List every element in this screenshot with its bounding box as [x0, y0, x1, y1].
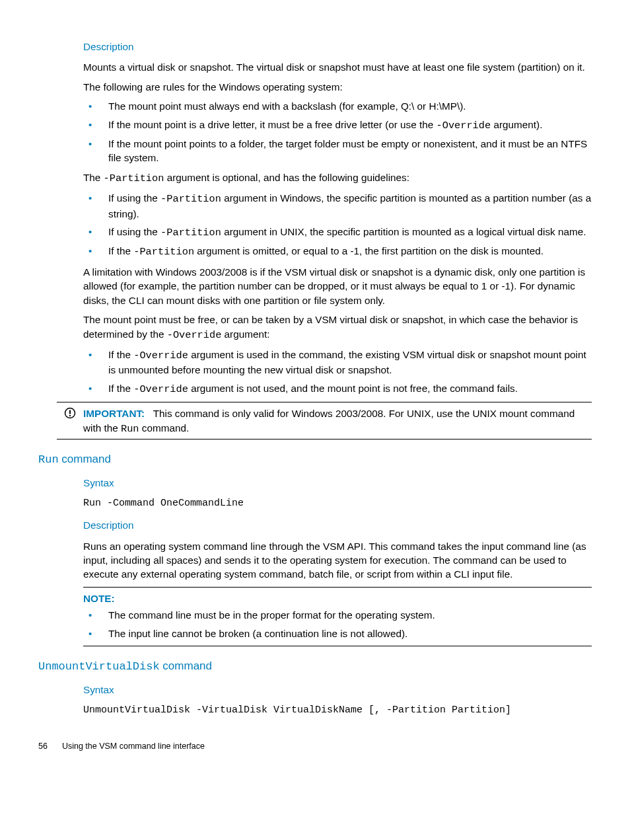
override-rules-list: If the -Override argument is used in the… — [83, 348, 592, 397]
footer-title: Using the VSM command line interface — [62, 742, 205, 751]
paragraph: Runs an operating system command line th… — [83, 539, 592, 582]
svg-rect-2 — [69, 415, 71, 416]
list-item: If the -Override argument is not used, a… — [83, 381, 592, 397]
list-item: If the -Override argument is used in the… — [83, 348, 592, 377]
divider — [57, 439, 592, 439]
run-command-heading: Run command — [38, 451, 592, 468]
note-label: NOTE: — [83, 592, 592, 605]
paragraph: The -Partition argument is optional, and… — [83, 171, 592, 186]
list-item: The command line must be in the proper f… — [83, 608, 592, 622]
unmount-command-heading: UnmountVirtualDisk command — [38, 658, 592, 675]
list-item: If the mount point points to a folder, t… — [83, 137, 592, 165]
paragraph: The mount point must be free, or can be … — [83, 313, 592, 342]
paragraph: The following are rules for the Windows … — [83, 80, 592, 94]
description-heading: Description — [83, 518, 592, 532]
partition-rules-list: If using the -Partition argument in Wind… — [83, 191, 592, 260]
important-callout: IMPORTANT: This command is only valid fo… — [83, 406, 592, 436]
description-heading: Description — [83, 40, 592, 54]
divider — [83, 646, 592, 646]
svg-rect-1 — [69, 410, 71, 414]
list-item: If using the -Partition argument in UNIX… — [83, 225, 592, 240]
list-item: If using the -Partition argument in Wind… — [83, 191, 592, 221]
syntax-heading: Syntax — [83, 683, 592, 697]
important-icon — [57, 406, 83, 419]
syntax-code: UnmountVirtualDisk -VirtualDisk VirtualD… — [83, 703, 592, 717]
paragraph: Mounts a virtual disk or snapshot. The v… — [83, 60, 592, 74]
syntax-code: Run -Command OneCommandLine — [83, 496, 592, 510]
list-item: The mount point must always end with a b… — [83, 99, 592, 113]
divider — [83, 587, 592, 588]
list-item: The input line cannot be broken (a conti… — [83, 627, 592, 640]
divider — [57, 402, 592, 402]
syntax-heading: Syntax — [83, 476, 592, 490]
page-footer: 56Using the VSM command line interface — [38, 741, 592, 753]
list-item: If the -Partition argument is omitted, o… — [83, 244, 592, 259]
important-label: IMPORTANT: — [83, 408, 145, 419]
page-number: 56 — [38, 742, 48, 751]
note-list: The command line must be in the proper f… — [83, 608, 592, 640]
rules-list: The mount point must always end with a b… — [83, 99, 592, 165]
paragraph: A limitation with Windows 2003/2008 is i… — [83, 265, 592, 307]
list-item: If the mount point is a drive letter, it… — [83, 118, 592, 133]
